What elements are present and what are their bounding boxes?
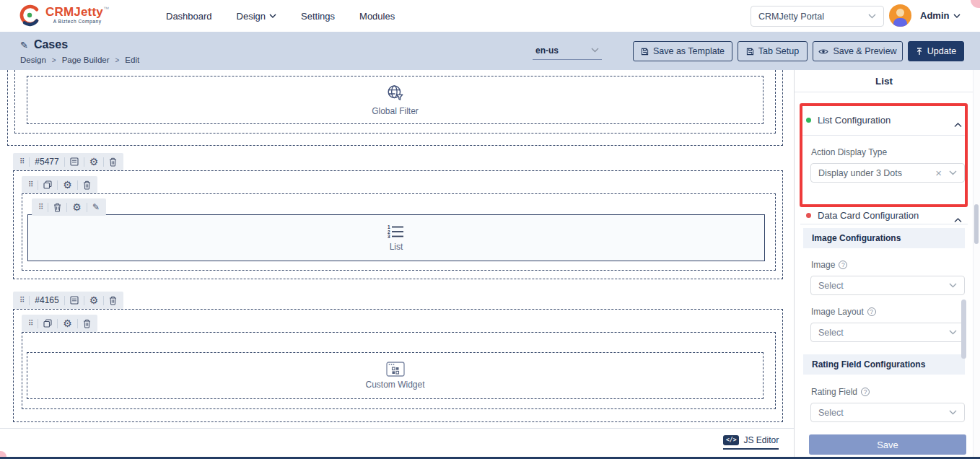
chevron-down-icon[interactable]: [949, 283, 957, 288]
tab-setup-button[interactable]: Tab Setup: [738, 41, 808, 61]
logo-text: CRMJetty™ A Biztech Company: [45, 6, 109, 25]
nav-item-dashboard[interactable]: Dashboard: [166, 11, 212, 22]
global-filter-label: Global Filter: [372, 106, 419, 116]
help-icon[interactable]: ?: [867, 307, 876, 316]
window-scrollbar-track[interactable]: [973, 70, 980, 459]
divider: [800, 224, 968, 224]
portal-select[interactable]: CRMJetty Portal: [751, 6, 884, 27]
image-configurations-header: Image Configurations: [803, 228, 965, 248]
custom-widget-content: Custom Widget: [27, 353, 763, 398]
update-button[interactable]: Update: [908, 41, 964, 61]
custom-widget[interactable]: Custom Widget: [27, 352, 764, 399]
breadcrumb-design[interactable]: Design: [20, 56, 46, 64]
nav-item-modules[interactable]: Modules: [359, 11, 395, 22]
list-widget[interactable]: 1 2 3 List: [27, 214, 765, 261]
block-toolbar: ⠿ #4165 ⚙: [13, 292, 123, 309]
block-toolbar: ⠿ #5477 ⚙: [13, 153, 123, 170]
js-editor-button[interactable]: </> JS Editor: [723, 435, 779, 450]
avatar[interactable]: [889, 4, 911, 27]
block-id: #5477: [35, 157, 58, 167]
numbered-list-icon: 1 2 3: [388, 224, 405, 239]
breadcrumb-separator: >: [115, 56, 120, 64]
clear-icon[interactable]: ×: [935, 167, 942, 178]
trash-icon[interactable]: [109, 296, 117, 305]
brand-trademark: ™: [103, 6, 109, 13]
breadcrumb-page-builder[interactable]: Page Builder: [62, 56, 110, 64]
gear-icon[interactable]: ⚙: [72, 202, 82, 212]
copy-icon[interactable]: [43, 180, 52, 189]
action-display-type-select[interactable]: Display under 3 Dots ×: [810, 163, 965, 183]
rating-field-select[interactable]: Select: [810, 403, 965, 422]
pencil-icon[interactable]: ✎: [92, 203, 100, 211]
avatar-torso: [893, 18, 907, 27]
drag-handle-icon[interactable]: ⠿: [19, 297, 24, 304]
global-filter-icon: [385, 84, 405, 103]
image-select[interactable]: Select: [810, 276, 965, 295]
page-header-band: ✎ Cases Design > Page Builder > Edit en-…: [0, 32, 980, 70]
accordion-data-card-configuration[interactable]: Data Card Configuration: [806, 210, 919, 221]
edit-pencil-icon[interactable]: ✎: [20, 40, 28, 51]
divider: [795, 92, 974, 92]
rating-field-label: Rating Field ?: [811, 387, 870, 397]
column-toolbar: ⠿ ⚙: [22, 315, 97, 332]
list-widget-content: 1 2 3 List: [28, 215, 764, 261]
gear-icon[interactable]: ⚙: [89, 157, 99, 167]
save-icon: [641, 48, 649, 56]
gear-icon[interactable]: ⚙: [89, 295, 99, 305]
drag-handle-icon[interactable]: ⠿: [28, 320, 32, 327]
language-value: en-us: [535, 45, 559, 56]
trash-icon[interactable]: [83, 180, 91, 190]
nav-item-settings[interactable]: Settings: [301, 11, 335, 22]
user-name: Admin: [920, 10, 949, 21]
user-menu[interactable]: Admin: [920, 10, 961, 21]
nav-item-design[interactable]: Design: [237, 11, 276, 22]
page-builder-canvas: Global Filter ⠿ #5477 ⚙ ⠿ ⚙ ⠿ ⚙ ✎: [0, 70, 794, 459]
avatar-head: [896, 9, 904, 17]
crmjetty-logo-icon: [18, 4, 41, 27]
sidebar-scrollbar-thumb[interactable]: [961, 300, 966, 359]
rating-field-select-value: Select: [818, 408, 844, 418]
window-scrollbar-thumb[interactable]: [974, 204, 979, 244]
rating-field-configurations-header: Rating Field Configurations: [803, 354, 965, 375]
save-as-template-button[interactable]: Save as Template: [633, 41, 732, 61]
accordion-list-configuration[interactable]: List Configuration: [806, 115, 891, 126]
chevron-up-icon[interactable]: [954, 118, 962, 131]
copy-icon[interactable]: [43, 319, 52, 328]
drag-handle-icon[interactable]: ⠿: [28, 181, 32, 188]
help-icon[interactable]: ?: [861, 388, 870, 396]
action-display-type-value: Display under 3 Dots: [818, 168, 902, 178]
eye-icon: [818, 48, 828, 55]
save-preview-button[interactable]: Save & Preview: [813, 41, 903, 61]
widget-toolbar: ⠿ ⚙ ✎: [32, 198, 106, 216]
chevron-down-icon: [269, 14, 276, 18]
help-icon[interactable]: ?: [839, 261, 847, 269]
column-toolbar: ⠿ ⚙: [22, 176, 97, 193]
language-select[interactable]: en-us: [533, 41, 602, 60]
image-layout-select[interactable]: Select: [810, 323, 965, 342]
panel-icon[interactable]: [70, 296, 79, 305]
breadcrumb-separator: >: [52, 56, 56, 64]
drag-handle-icon[interactable]: ⠿: [19, 158, 24, 165]
trash-icon[interactable]: [53, 203, 61, 212]
trash-icon[interactable]: [83, 319, 91, 328]
panel-icon[interactable]: [70, 157, 79, 166]
gear-icon[interactable]: ⚙: [63, 318, 72, 328]
image-layout-label: Image Layout ?: [811, 307, 876, 317]
drag-handle-icon[interactable]: ⠿: [38, 204, 43, 211]
chevron-down-icon: [953, 14, 961, 18]
config-sidebar: List List Configuration Action Display T…: [794, 70, 973, 459]
image-layout-select-value: Select: [818, 328, 844, 338]
trash-icon[interactable]: [109, 157, 117, 167]
crmjetty-logo[interactable]: CRMJetty™ A Biztech Company: [18, 4, 109, 27]
gear-icon[interactable]: ⚙: [63, 180, 72, 190]
save-button[interactable]: Save: [809, 434, 966, 455]
chevron-down-icon[interactable]: [949, 410, 957, 415]
action-display-type-label: Action Display Type: [811, 147, 887, 157]
divider: [800, 135, 965, 136]
chevron-down-icon[interactable]: [949, 170, 957, 175]
global-filter-widget[interactable]: Global Filter: [27, 76, 764, 124]
breadcrumb-edit: Edit: [125, 56, 139, 64]
chevron-down-icon[interactable]: [949, 330, 957, 335]
main-nav: Dashboard Design Settings Modules: [166, 0, 395, 32]
page-title: ✎ Cases: [20, 38, 68, 51]
